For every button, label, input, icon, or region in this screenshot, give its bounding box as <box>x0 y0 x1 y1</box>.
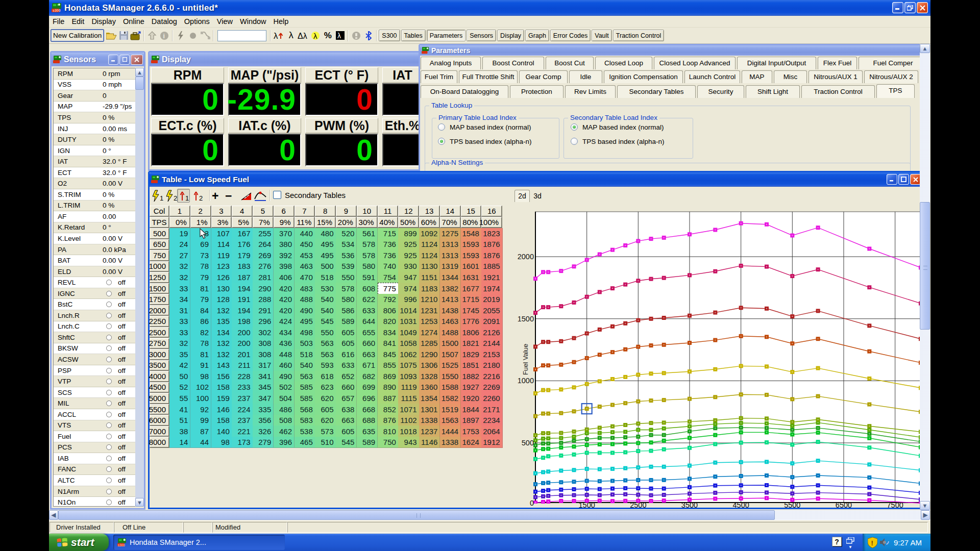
svg-text:3500: 3500 <box>681 501 698 509</box>
svg-text:2: 2 <box>199 194 203 202</box>
svg-text:5500: 5500 <box>784 501 800 509</box>
svg-text:i: i <box>163 32 165 39</box>
svg-text:0: 0 <box>530 499 534 507</box>
svg-text:λ: λ <box>274 31 278 40</box>
svg-text:λ: λ <box>313 32 317 40</box>
svg-text:500: 500 <box>522 439 534 447</box>
svg-text:4500: 4500 <box>733 501 749 509</box>
svg-text:s300: s300 <box>53 9 61 12</box>
svg-text:1: 1 <box>160 194 163 202</box>
svg-text:λ: λ <box>337 32 341 40</box>
svg-text:6500: 6500 <box>836 501 852 509</box>
svg-text:1500: 1500 <box>518 315 534 323</box>
svg-text:7500: 7500 <box>887 501 903 509</box>
svg-text:!: ! <box>871 539 873 547</box>
svg-text:2000: 2000 <box>518 253 534 261</box>
svg-text:s300: s300 <box>118 543 125 546</box>
svg-text:1: 1 <box>185 194 189 202</box>
svg-text:2500: 2500 <box>630 501 646 509</box>
svg-text:Δλ: Δλ <box>298 32 307 40</box>
svg-text:1500: 1500 <box>579 501 595 509</box>
svg-text:1000: 1000 <box>518 377 534 385</box>
